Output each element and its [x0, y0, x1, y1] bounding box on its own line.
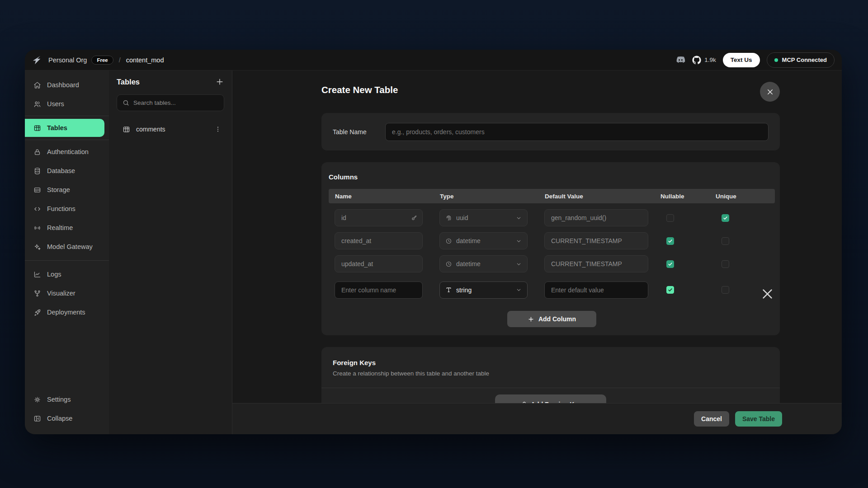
sidebar-item-authentication[interactable]: Authentication [25, 143, 109, 161]
column-type-select: uuid [439, 209, 528, 226]
mcp-status-label: MCP Connected [782, 56, 827, 63]
foreign-keys-subtitle: Create a relationship between this table… [333, 370, 769, 377]
plus-icon [528, 316, 534, 323]
type-text-icon [445, 286, 452, 293]
sidebar-item-label: Dashboard [47, 81, 79, 89]
column-default-input [544, 209, 648, 226]
github-stars[interactable]: 1.9k [692, 56, 716, 65]
sparkles-icon [33, 243, 41, 251]
sidebar-item-logs[interactable]: Logs [25, 265, 109, 283]
storage-icon [33, 186, 41, 194]
table-item-label: comments [136, 126, 208, 133]
modal-footer: Cancel Save Table [232, 403, 842, 434]
sidebar-item-label: Storage [47, 186, 70, 193]
database-icon [33, 167, 41, 175]
breadcrumb-project[interactable]: content_mod [126, 56, 164, 64]
table-icon [123, 126, 130, 133]
column-type-value: datetime [456, 260, 481, 267]
code-icon [33, 205, 41, 213]
sidebar-item-storage[interactable]: Storage [25, 181, 109, 199]
unique-checkbox[interactable] [722, 286, 729, 294]
topbar: Personal Org Free / content_mod 1.9k Tex… [25, 50, 842, 70]
table-list-item-comments[interactable]: comments [117, 121, 224, 137]
close-button[interactable] [760, 82, 780, 102]
column-row-created-at: datetime [329, 232, 775, 249]
foreign-keys-title: Foreign Keys [333, 359, 769, 366]
table-name-section: Table Name [321, 113, 780, 150]
save-table-button[interactable]: Save Table [735, 411, 782, 427]
fork-icon [33, 290, 41, 297]
sidebar-item-realtime[interactable]: Realtime [25, 219, 109, 237]
column-name-input [335, 209, 423, 226]
mcp-status-badge[interactable]: MCP Connected [767, 52, 835, 68]
rocket-icon [33, 309, 41, 316]
tables-search[interactable] [117, 94, 224, 111]
gear-icon [33, 396, 41, 404]
column-type-value: uuid [456, 214, 468, 221]
sidebar-divider [25, 260, 109, 261]
home-icon [33, 81, 41, 89]
add-foreign-key-label: Add Foreign Key [531, 401, 581, 403]
column-header-name: Name [329, 193, 434, 200]
table-name-input[interactable] [385, 123, 769, 141]
add-column-label: Add Column [538, 315, 576, 323]
main-area: Create New Table Table Name Columns Name… [232, 70, 842, 434]
breadcrumb-separator: / [119, 56, 121, 64]
column-name-input [335, 255, 423, 272]
sidebar-item-label: Deployments [47, 309, 85, 316]
sidebar-item-functions[interactable]: Functions [25, 200, 109, 218]
column-default-input[interactable] [544, 282, 648, 299]
sidebar-item-label: Functions [47, 205, 75, 212]
fingerprint-icon [445, 215, 452, 221]
add-column-button[interactable]: Add Column [507, 311, 596, 327]
sidebar-item-database[interactable]: Database [25, 162, 109, 180]
column-type-value: datetime [456, 237, 481, 244]
divider [321, 388, 780, 388]
unique-checkbox [722, 237, 729, 245]
sidebar-item-visualizer[interactable]: Visualizer [25, 284, 109, 302]
table-icon [33, 124, 41, 132]
column-name-input[interactable] [335, 282, 423, 299]
sidebar-item-tables[interactable]: Tables [25, 119, 104, 137]
tables-search-input[interactable] [133, 99, 218, 106]
nullable-checkbox [666, 214, 674, 222]
columns-section: Columns Name Type Default Value Nullable… [321, 162, 780, 335]
column-header-type: Type [434, 193, 538, 200]
chevron-down-icon [516, 215, 522, 221]
sidebar-item-deployments[interactable]: Deployments [25, 303, 109, 321]
sidebar-item-label: Collapse [47, 415, 72, 422]
sidebar-item-label: Logs [47, 271, 61, 278]
sidebar-item-label: Realtime [47, 224, 73, 231]
tables-panel: Tables comments [109, 70, 232, 434]
sidebar-item-dashboard[interactable]: Dashboard [25, 76, 109, 94]
column-type-select[interactable]: string [439, 282, 528, 299]
clock-icon [445, 238, 452, 244]
status-dot [774, 58, 778, 62]
column-type-select: datetime [439, 232, 528, 249]
add-table-icon[interactable] [215, 77, 224, 86]
sidebar-divider [25, 116, 109, 116]
cancel-button[interactable]: Cancel [694, 411, 729, 427]
discord-icon[interactable] [676, 55, 685, 65]
remove-column-icon[interactable] [760, 286, 775, 301]
column-header-default: Default Value [538, 193, 654, 200]
sidebar-item-users[interactable]: Users [25, 95, 109, 113]
nullable-checkbox[interactable] [666, 286, 674, 294]
add-foreign-key-button[interactable]: Add Foreign Key [495, 394, 606, 403]
foreign-keys-section: Foreign Keys Create a relationship betwe… [321, 347, 780, 403]
org-name[interactable]: Personal Org [48, 56, 87, 64]
tables-panel-title: Tables [117, 78, 140, 86]
sidebar-item-model-gateway[interactable]: Model Gateway [25, 238, 109, 256]
sidebar-item-settings[interactable]: Settings [25, 390, 109, 408]
chart-line-icon [33, 271, 41, 278]
sidebar-item-label: Database [47, 167, 75, 174]
sidebar-item-label: Users [47, 100, 64, 108]
column-row-updated-at: datetime [329, 255, 775, 272]
app-window: Personal Org Free / content_mod 1.9k Tex… [25, 50, 842, 434]
sidebar-collapse-button[interactable]: Collapse [25, 409, 109, 427]
sidebar: Dashboard Users Tables Authentication Da… [25, 70, 109, 434]
column-default-input [544, 232, 648, 249]
text-us-button[interactable]: Text Us [723, 53, 760, 67]
chevron-down-icon [516, 287, 522, 293]
kebab-menu-icon[interactable] [214, 126, 222, 133]
